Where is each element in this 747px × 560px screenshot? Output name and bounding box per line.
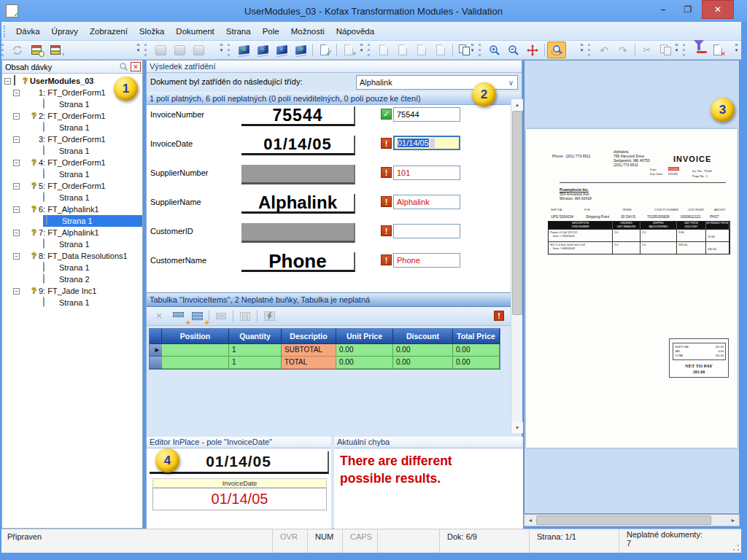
toolbar-grip[interactable] <box>368 44 371 56</box>
tree-expander-icon[interactable]: − <box>13 160 20 166</box>
tree-item-document-2[interactable]: − ? 2: FT_OrderForm1 <box>2 110 142 122</box>
editor-value-input[interactable]: 01/14/05 <box>152 488 327 510</box>
cell-description[interactable]: TOTAL <box>282 357 336 369</box>
first-folder-icon[interactable] <box>151 42 170 58</box>
recalculate-icon[interactable] <box>260 308 279 324</box>
tree-item-page[interactable]: Strana 1 <box>2 238 142 250</box>
tree-expander-icon[interactable]: − <box>13 183 20 190</box>
minimize-button[interactable]: – <box>651 0 675 19</box>
toolbar-grip[interactable] <box>683 44 686 56</box>
customerid-input[interactable] <box>393 224 460 238</box>
close-batch-icon[interactable]: › <box>46 42 65 58</box>
maximize-button[interactable]: ❐ <box>676 0 700 19</box>
close-button[interactable]: ✕ <box>702 0 734 19</box>
tree-expander-icon[interactable]: − <box>13 90 20 96</box>
toolbar-overflow-icon[interactable]: »▾ <box>578 42 586 53</box>
tree-expander-icon[interactable]: − <box>13 206 20 213</box>
lasso-zoom-icon[interactable] <box>547 42 566 58</box>
col-header-totalprice[interactable]: Total Price <box>453 329 500 344</box>
next-page-icon[interactable] <box>412 42 431 58</box>
menu-slozka[interactable]: Složka <box>133 24 171 39</box>
cell-discount[interactable]: 0.00 <box>393 357 453 369</box>
previous-document-icon[interactable]: ‹ <box>253 42 272 58</box>
merge-rows-icon[interactable] <box>212 308 231 324</box>
insert-row-icon[interactable]: + <box>169 308 187 324</box>
menu-zobrazeni[interactable]: Zobrazení <box>84 24 133 39</box>
tree-item-page[interactable]: Strana 1 <box>2 98 142 110</box>
pin-search-icon[interactable] <box>119 62 128 71</box>
tree-item-page[interactable]: Strana 1 <box>2 122 142 133</box>
delete-row-icon[interactable]: ✕ <box>150 308 169 324</box>
cell-position[interactable] <box>162 357 229 369</box>
cell-position[interactable] <box>162 344 229 357</box>
split-document-icon[interactable]: + <box>339 42 358 58</box>
scrollbar-thumb[interactable] <box>512 111 522 315</box>
tree-item-page[interactable]: Strana 1 <box>2 262 142 273</box>
scroll-down-icon[interactable]: ▼ <box>511 422 523 433</box>
resize-grip[interactable] <box>732 544 740 551</box>
document-viewer[interactable]: Phone : (201) 773-6511 Alphalink, 766 Ha… <box>524 60 740 514</box>
horizontal-scrollbar[interactable]: ◄ ► <box>524 514 740 526</box>
toolbar-overflow-icon[interactable]: »▾ <box>217 42 225 53</box>
tree-expander-icon[interactable]: − <box>13 230 20 236</box>
col-header-unitprice[interactable]: Unit Price <box>336 329 393 344</box>
menu-pole[interactable]: Pole <box>257 24 285 39</box>
tree-expander-icon[interactable]: − <box>13 288 20 295</box>
scroll-right-icon[interactable]: ► <box>727 515 739 526</box>
suppliernumber-input[interactable]: 101 <box>393 166 460 180</box>
menu-davka[interactable]: Dávka <box>10 24 46 39</box>
scroll-up-icon[interactable]: ▲ <box>511 99 523 110</box>
cell-quantity[interactable]: 1 <box>229 357 282 369</box>
tree-item-document-4[interactable]: − ? 4: FT_OrderForm1 <box>2 157 142 168</box>
tree-expander-icon[interactable]: − <box>13 136 20 143</box>
cell-description[interactable]: SUBTOTAL <box>282 344 336 357</box>
menu-dokument[interactable]: Dokument <box>170 24 220 39</box>
filter-fields-icon[interactable] <box>689 42 708 58</box>
toolbar-overflow-icon[interactable]: »▾ <box>732 42 740 53</box>
next-document-icon[interactable]: › <box>272 42 291 58</box>
tree-item-page[interactable]: Strana 2 <box>2 273 142 285</box>
split-column-icon[interactable] <box>236 308 255 324</box>
row-selector[interactable] <box>150 357 162 369</box>
menu-moznosti[interactable]: Možnosti <box>285 24 330 39</box>
toolbar-grip[interactable] <box>588 44 591 56</box>
tree-expander-icon[interactable]: − <box>13 113 20 120</box>
append-row-icon[interactable]: + <box>187 308 206 324</box>
panel-close-icon[interactable]: ✕ <box>131 62 141 71</box>
tree-expander-icon[interactable]: − <box>13 253 20 260</box>
customername-input[interactable]: Phone <box>393 253 460 268</box>
redo-icon[interactable]: ↷ <box>614 42 632 58</box>
col-header-description[interactable]: Descriptio <box>282 329 336 344</box>
toolbar-overflow-icon[interactable]: »▾ <box>673 42 681 53</box>
toolbar-overflow-icon[interactable]: »▾ <box>468 42 476 53</box>
validate-document-icon[interactable]: ✓ <box>315 42 334 58</box>
menu-strana[interactable]: Strana <box>220 24 257 39</box>
tree-item-document-9[interactable]: − ? 9: FT_Jade Inc1 <box>2 285 142 297</box>
scrollbar-thumb[interactable] <box>536 516 711 525</box>
tree-item-page[interactable]: Strana 1 <box>2 297 142 308</box>
first-page-icon[interactable] <box>374 42 393 58</box>
tree-item-page[interactable]: Strana 1 <box>2 192 142 203</box>
scroll-left-icon[interactable]: ◄ <box>525 515 536 526</box>
tree-item-page[interactable]: Strana 1 <box>2 168 142 180</box>
cut-icon[interactable]: ✂ <box>638 42 657 58</box>
menu-napoveda[interactable]: Nápověda <box>330 24 380 39</box>
suspend-batch-icon[interactable] <box>27 42 46 58</box>
toolbar-overflow-icon[interactable]: »▾ <box>134 42 142 53</box>
previous-folder-icon[interactable] <box>170 42 189 58</box>
cell-discount[interactable]: 0.00 <box>393 344 453 357</box>
tree-item-page[interactable]: Strana 1 <box>2 145 142 157</box>
invoicenumber-input[interactable]: 75544 <box>393 107 460 122</box>
vertical-scrollbar[interactable]: ▲ ▼ <box>511 99 522 433</box>
zoom-out-icon[interactable] <box>504 42 523 58</box>
last-page-icon[interactable] <box>431 42 450 58</box>
tree-expander-icon[interactable]: − <box>4 78 11 85</box>
first-document-icon[interactable]: « <box>234 42 253 58</box>
menu-grip[interactable] <box>4 26 7 37</box>
toolbar-grip[interactable] <box>228 44 231 56</box>
invoice-document-image[interactable]: Phone : (201) 773-6511 Alphalink, 766 Ha… <box>526 129 738 448</box>
suppliername-input[interactable]: Alphalink <box>393 195 460 209</box>
chevron-down-icon[interactable]: ∨ <box>505 79 517 87</box>
tree-item-document-5[interactable]: − ? 5: FT_OrderForm1 <box>2 180 142 192</box>
tree-item-document-7[interactable]: − ? 7: FT_Alphalink1 <box>2 227 142 238</box>
